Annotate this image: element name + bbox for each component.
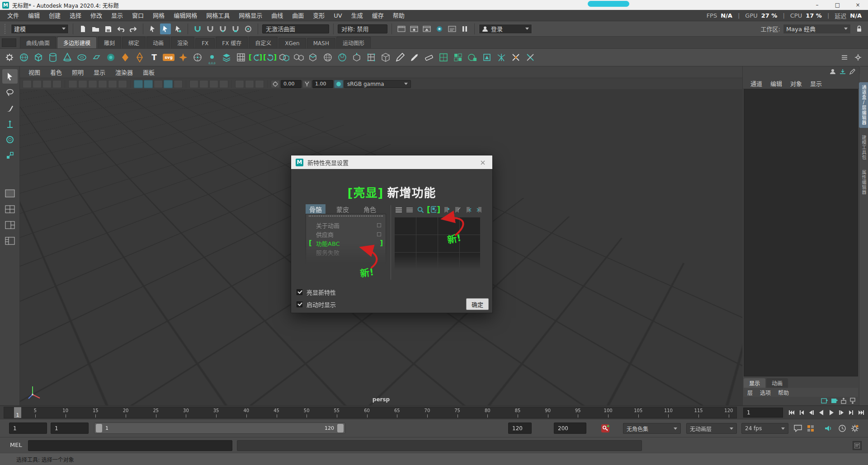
channel-menu-item[interactable]: 显示	[806, 79, 826, 88]
playback-speed-clock-icon[interactable]	[837, 423, 847, 433]
gamma-field[interactable]: 1.00	[312, 80, 333, 88]
shelf-tab[interactable]: 渲染	[171, 37, 194, 48]
preferences-grid-icon[interactable]	[806, 423, 816, 433]
shelf-bipyramid-icon[interactable]	[133, 50, 146, 65]
menu-item[interactable]: 修改	[86, 10, 107, 21]
gamma-icon[interactable]	[302, 80, 311, 88]
shelf-tab[interactable]: 曲线/曲面	[20, 37, 56, 48]
checkbox-checked-icon[interactable]	[297, 301, 302, 307]
layout-split-pane-icon[interactable]	[2, 218, 18, 232]
menu-item[interactable]: 曲线	[267, 10, 288, 21]
view-transform-dropdown[interactable]: sRGB gamma	[344, 80, 411, 88]
shelf-compass-icon[interactable]	[191, 50, 204, 65]
vp-textured-icon[interactable]	[144, 80, 153, 88]
animation-start-field[interactable]: 1	[9, 423, 47, 434]
range-end-handle[interactable]	[337, 424, 344, 432]
playback-start-field[interactable]: 1	[51, 423, 89, 434]
shelf-tab[interactable]: MASH	[307, 38, 335, 48]
shelf-measure-icon[interactable]	[422, 50, 436, 65]
viewport-menu-item[interactable]: 显示	[89, 68, 110, 76]
pause-icon[interactable]	[459, 23, 470, 34]
viewport-menu-item[interactable]: 照明	[67, 68, 89, 76]
command-result-field[interactable]	[237, 440, 642, 451]
menu-item[interactable]: 曲面	[288, 10, 308, 21]
shelf-uv-sphere-icon[interactable]	[466, 50, 479, 65]
highlight-new-features-checkbox[interactable]: 亮显新特性	[297, 288, 336, 296]
shelf-disc-icon[interactable]	[104, 50, 118, 65]
shelf-tab[interactable]: 自定义	[249, 37, 278, 48]
save-scene-icon[interactable]	[103, 23, 113, 34]
shelf-knife-icon[interactable]	[408, 50, 421, 65]
shelf-tab-active[interactable]: 多边形建模	[57, 37, 97, 48]
new-scene-icon[interactable]	[77, 23, 88, 34]
shelf-smooth-sphere-icon[interactable]	[321, 50, 335, 65]
viewport-menu-item[interactable]: 着色	[45, 68, 67, 76]
select-tool-icon[interactable]	[2, 69, 18, 84]
vp-shading-icon[interactable]	[134, 80, 143, 88]
shelf-sphere-icon[interactable]	[17, 50, 31, 65]
snap-point-icon[interactable]	[217, 23, 228, 34]
menu-set-dropdown[interactable]: 建模	[11, 24, 69, 34]
vp-icon[interactable]	[78, 80, 87, 88]
tab-modeling-toolkit[interactable]: 建模工具包	[859, 132, 868, 163]
viewport-menu-item[interactable]: 面板	[138, 68, 160, 76]
vp-icon[interactable]	[68, 80, 77, 88]
menu-item[interactable]: 变形	[308, 10, 329, 21]
step-back-frame-button[interactable]	[797, 407, 806, 418]
character-set-dropdown[interactable]: 无角色集	[623, 423, 681, 434]
channel-menu-item[interactable]: 对象	[786, 79, 806, 88]
vp-icon[interactable]	[245, 80, 254, 88]
layout-single-pane-icon[interactable]	[2, 186, 18, 201]
scale-tool-icon[interactable]	[2, 148, 18, 163]
checkbox-checked-icon[interactable]	[297, 289, 302, 295]
ok-button[interactable]: 确定	[466, 298, 489, 310]
vp-icon[interactable]	[42, 80, 52, 88]
sign-in-dropdown[interactable]: 登录	[479, 24, 532, 34]
layout-four-pane-icon[interactable]	[2, 202, 18, 216]
dialog-close-icon[interactable]: ×	[478, 158, 488, 167]
shelf-pencil-icon[interactable]	[393, 50, 407, 65]
shelf-tab[interactable]: FX 缓存	[216, 37, 248, 48]
tab-attribute-editor[interactable]: 属性编辑器	[859, 167, 868, 197]
close-button[interactable]: ×	[848, 0, 868, 10]
shelf-star-icon[interactable]	[176, 50, 190, 65]
shelf-uv-cubes-icon[interactable]	[451, 50, 465, 65]
exposure-field[interactable]: 0.00	[281, 80, 302, 88]
shelf-cube-icon[interactable]	[32, 50, 45, 65]
shelf-snap-origin-icon[interactable]: 0,0,0	[205, 50, 219, 65]
shelf-highlighted-rotate-cw-icon[interactable]: []	[263, 50, 277, 65]
menu-item[interactable]: 文件	[3, 10, 24, 21]
playback-end-field[interactable]: 120	[508, 423, 532, 434]
dock-person-icon[interactable]	[830, 69, 836, 76]
snap-center-icon[interactable]	[243, 23, 254, 34]
shelf-cylinder-icon[interactable]	[46, 50, 60, 65]
shelf-separate-icon[interactable]	[292, 50, 306, 65]
channel-menu-item[interactable]: 编辑	[766, 79, 786, 88]
render-settings-icon[interactable]	[434, 23, 445, 34]
redo-icon[interactable]	[128, 23, 139, 34]
auto-keyframe-icon[interactable]	[600, 423, 610, 433]
shelf-settings-icon[interactable]	[853, 52, 863, 63]
menu-item[interactable]: 网格显示	[234, 10, 267, 21]
exposure-icon[interactable]	[271, 80, 280, 88]
shelf-overflow-icon[interactable]	[839, 52, 850, 63]
vp-icon[interactable]	[98, 80, 107, 88]
symmetry-field[interactable]: 对称: 禁用	[338, 24, 387, 33]
shelf-cone-icon[interactable]	[61, 50, 74, 65]
step-forward-key-button[interactable]	[836, 407, 846, 418]
drag-grip[interactable]	[5, 24, 7, 34]
current-frame-indicator[interactable]: 1	[14, 407, 21, 418]
shelf-tab[interactable]: 绑定	[122, 37, 146, 48]
shelf-gear-icon[interactable]	[3, 50, 16, 65]
viewport-menu-item[interactable]: 视图	[24, 68, 45, 76]
shelf-layers-icon[interactable]	[220, 50, 233, 65]
menu-item[interactable]: 网格工具	[202, 10, 234, 21]
menu-item[interactable]: 窗口	[127, 10, 148, 21]
anim-layer-dropdown[interactable]: 无动画层	[686, 423, 737, 434]
shelf-transfer-icon[interactable]	[524, 50, 537, 65]
render-current-frame-icon[interactable]	[409, 23, 420, 34]
shelf-tab[interactable]: 动画	[146, 37, 170, 48]
shelf-uv-grid-icon[interactable]	[437, 50, 450, 65]
step-forward-frame-button[interactable]	[846, 407, 856, 418]
current-time-field[interactable]: 1	[743, 408, 783, 418]
